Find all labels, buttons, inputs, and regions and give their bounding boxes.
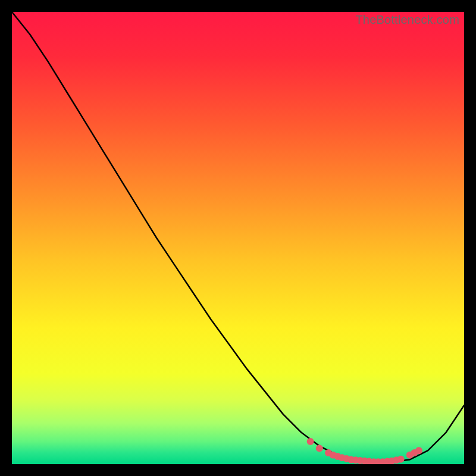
- highlight-dot: [397, 456, 405, 463]
- watermark-text: TheBottleneck.com: [355, 13, 459, 27]
- gradient-background: [12, 12, 464, 464]
- highlight-dot: [316, 444, 323, 452]
- highlight-dot: [307, 438, 314, 445]
- chart-canvas: [12, 12, 464, 464]
- highlight-dot: [415, 447, 422, 454]
- chart-frame: TheBottleneck.com: [12, 12, 464, 464]
